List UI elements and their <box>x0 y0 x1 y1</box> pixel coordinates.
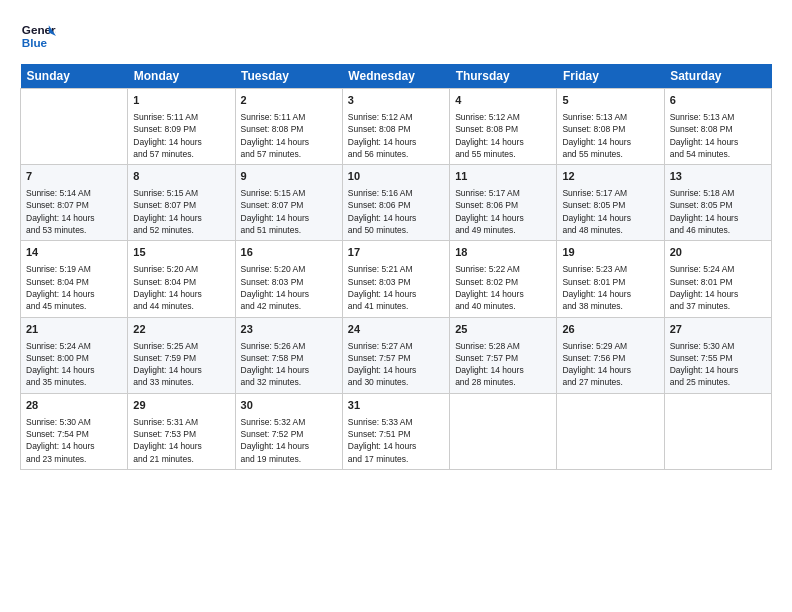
day-number: 27 <box>670 322 766 338</box>
header: General Blue <box>20 18 772 54</box>
day-info: Sunrise: 5:22 AM Sunset: 8:02 PM Dayligh… <box>455 263 551 312</box>
calendar-cell: 27Sunrise: 5:30 AM Sunset: 7:55 PM Dayli… <box>664 317 771 393</box>
day-info: Sunrise: 5:23 AM Sunset: 8:01 PM Dayligh… <box>562 263 658 312</box>
day-info: Sunrise: 5:20 AM Sunset: 8:04 PM Dayligh… <box>133 263 229 312</box>
week-row: 7Sunrise: 5:14 AM Sunset: 8:07 PM Daylig… <box>21 165 772 241</box>
calendar-cell: 10Sunrise: 5:16 AM Sunset: 8:06 PM Dayli… <box>342 165 449 241</box>
day-info: Sunrise: 5:30 AM Sunset: 7:54 PM Dayligh… <box>26 416 122 465</box>
day-number: 18 <box>455 245 551 261</box>
day-info: Sunrise: 5:13 AM Sunset: 8:08 PM Dayligh… <box>670 111 766 160</box>
day-info: Sunrise: 5:27 AM Sunset: 7:57 PM Dayligh… <box>348 340 444 389</box>
calendar-cell: 17Sunrise: 5:21 AM Sunset: 8:03 PM Dayli… <box>342 241 449 317</box>
day-info: Sunrise: 5:13 AM Sunset: 8:08 PM Dayligh… <box>562 111 658 160</box>
day-number: 21 <box>26 322 122 338</box>
calendar-cell: 26Sunrise: 5:29 AM Sunset: 7:56 PM Dayli… <box>557 317 664 393</box>
day-info: Sunrise: 5:11 AM Sunset: 8:09 PM Dayligh… <box>133 111 229 160</box>
calendar-cell <box>21 89 128 165</box>
day-number: 26 <box>562 322 658 338</box>
day-number: 20 <box>670 245 766 261</box>
calendar-cell: 8Sunrise: 5:15 AM Sunset: 8:07 PM Daylig… <box>128 165 235 241</box>
calendar-cell: 19Sunrise: 5:23 AM Sunset: 8:01 PM Dayli… <box>557 241 664 317</box>
day-header: Tuesday <box>235 64 342 89</box>
day-info: Sunrise: 5:26 AM Sunset: 7:58 PM Dayligh… <box>241 340 337 389</box>
day-info: Sunrise: 5:19 AM Sunset: 8:04 PM Dayligh… <box>26 263 122 312</box>
calendar-cell: 18Sunrise: 5:22 AM Sunset: 8:02 PM Dayli… <box>450 241 557 317</box>
week-row: 28Sunrise: 5:30 AM Sunset: 7:54 PM Dayli… <box>21 393 772 469</box>
day-info: Sunrise: 5:32 AM Sunset: 7:52 PM Dayligh… <box>241 416 337 465</box>
day-header: Sunday <box>21 64 128 89</box>
day-number: 7 <box>26 169 122 185</box>
calendar-cell <box>664 393 771 469</box>
day-number: 15 <box>133 245 229 261</box>
calendar-cell: 23Sunrise: 5:26 AM Sunset: 7:58 PM Dayli… <box>235 317 342 393</box>
day-info: Sunrise: 5:28 AM Sunset: 7:57 PM Dayligh… <box>455 340 551 389</box>
calendar-cell: 13Sunrise: 5:18 AM Sunset: 8:05 PM Dayli… <box>664 165 771 241</box>
day-info: Sunrise: 5:14 AM Sunset: 8:07 PM Dayligh… <box>26 187 122 236</box>
day-info: Sunrise: 5:17 AM Sunset: 8:06 PM Dayligh… <box>455 187 551 236</box>
day-number: 11 <box>455 169 551 185</box>
calendar-cell: 7Sunrise: 5:14 AM Sunset: 8:07 PM Daylig… <box>21 165 128 241</box>
header-row: SundayMondayTuesdayWednesdayThursdayFrid… <box>21 64 772 89</box>
calendar-cell: 11Sunrise: 5:17 AM Sunset: 8:06 PM Dayli… <box>450 165 557 241</box>
day-info: Sunrise: 5:15 AM Sunset: 8:07 PM Dayligh… <box>133 187 229 236</box>
day-header: Thursday <box>450 64 557 89</box>
day-number: 5 <box>562 93 658 109</box>
day-number: 4 <box>455 93 551 109</box>
calendar-cell: 24Sunrise: 5:27 AM Sunset: 7:57 PM Dayli… <box>342 317 449 393</box>
calendar-cell: 1Sunrise: 5:11 AM Sunset: 8:09 PM Daylig… <box>128 89 235 165</box>
day-number: 29 <box>133 398 229 414</box>
day-number: 9 <box>241 169 337 185</box>
calendar-cell: 3Sunrise: 5:12 AM Sunset: 8:08 PM Daylig… <box>342 89 449 165</box>
day-info: Sunrise: 5:17 AM Sunset: 8:05 PM Dayligh… <box>562 187 658 236</box>
week-row: 1Sunrise: 5:11 AM Sunset: 8:09 PM Daylig… <box>21 89 772 165</box>
calendar-cell: 21Sunrise: 5:24 AM Sunset: 8:00 PM Dayli… <box>21 317 128 393</box>
day-info: Sunrise: 5:18 AM Sunset: 8:05 PM Dayligh… <box>670 187 766 236</box>
calendar-cell: 25Sunrise: 5:28 AM Sunset: 7:57 PM Dayli… <box>450 317 557 393</box>
day-info: Sunrise: 5:21 AM Sunset: 8:03 PM Dayligh… <box>348 263 444 312</box>
day-info: Sunrise: 5:29 AM Sunset: 7:56 PM Dayligh… <box>562 340 658 389</box>
day-number: 1 <box>133 93 229 109</box>
calendar-table: SundayMondayTuesdayWednesdayThursdayFrid… <box>20 64 772 470</box>
day-info: Sunrise: 5:12 AM Sunset: 8:08 PM Dayligh… <box>455 111 551 160</box>
day-number: 17 <box>348 245 444 261</box>
calendar-cell: 4Sunrise: 5:12 AM Sunset: 8:08 PM Daylig… <box>450 89 557 165</box>
day-info: Sunrise: 5:30 AM Sunset: 7:55 PM Dayligh… <box>670 340 766 389</box>
calendar-cell: 2Sunrise: 5:11 AM Sunset: 8:08 PM Daylig… <box>235 89 342 165</box>
day-number: 13 <box>670 169 766 185</box>
calendar-cell: 6Sunrise: 5:13 AM Sunset: 8:08 PM Daylig… <box>664 89 771 165</box>
day-info: Sunrise: 5:12 AM Sunset: 8:08 PM Dayligh… <box>348 111 444 160</box>
calendar-cell: 9Sunrise: 5:15 AM Sunset: 8:07 PM Daylig… <box>235 165 342 241</box>
day-number: 22 <box>133 322 229 338</box>
day-info: Sunrise: 5:25 AM Sunset: 7:59 PM Dayligh… <box>133 340 229 389</box>
week-row: 14Sunrise: 5:19 AM Sunset: 8:04 PM Dayli… <box>21 241 772 317</box>
day-info: Sunrise: 5:20 AM Sunset: 8:03 PM Dayligh… <box>241 263 337 312</box>
day-number: 30 <box>241 398 337 414</box>
day-number: 31 <box>348 398 444 414</box>
day-number: 24 <box>348 322 444 338</box>
page: General Blue SundayMondayTuesdayWednesda… <box>0 0 792 612</box>
day-header: Monday <box>128 64 235 89</box>
day-info: Sunrise: 5:33 AM Sunset: 7:51 PM Dayligh… <box>348 416 444 465</box>
calendar-cell: 14Sunrise: 5:19 AM Sunset: 8:04 PM Dayli… <box>21 241 128 317</box>
calendar-cell: 12Sunrise: 5:17 AM Sunset: 8:05 PM Dayli… <box>557 165 664 241</box>
calendar-cell: 22Sunrise: 5:25 AM Sunset: 7:59 PM Dayli… <box>128 317 235 393</box>
day-number: 23 <box>241 322 337 338</box>
day-header: Saturday <box>664 64 771 89</box>
day-number: 10 <box>348 169 444 185</box>
day-number: 14 <box>26 245 122 261</box>
day-number: 19 <box>562 245 658 261</box>
day-header: Wednesday <box>342 64 449 89</box>
day-info: Sunrise: 5:11 AM Sunset: 8:08 PM Dayligh… <box>241 111 337 160</box>
calendar-cell: 28Sunrise: 5:30 AM Sunset: 7:54 PM Dayli… <box>21 393 128 469</box>
calendar-cell: 30Sunrise: 5:32 AM Sunset: 7:52 PM Dayli… <box>235 393 342 469</box>
day-number: 12 <box>562 169 658 185</box>
day-number: 2 <box>241 93 337 109</box>
calendar-cell <box>450 393 557 469</box>
calendar-cell: 20Sunrise: 5:24 AM Sunset: 8:01 PM Dayli… <box>664 241 771 317</box>
day-info: Sunrise: 5:31 AM Sunset: 7:53 PM Dayligh… <box>133 416 229 465</box>
calendar-cell: 15Sunrise: 5:20 AM Sunset: 8:04 PM Dayli… <box>128 241 235 317</box>
calendar-cell <box>557 393 664 469</box>
day-info: Sunrise: 5:24 AM Sunset: 8:01 PM Dayligh… <box>670 263 766 312</box>
day-number: 16 <box>241 245 337 261</box>
svg-text:Blue: Blue <box>22 36 48 49</box>
